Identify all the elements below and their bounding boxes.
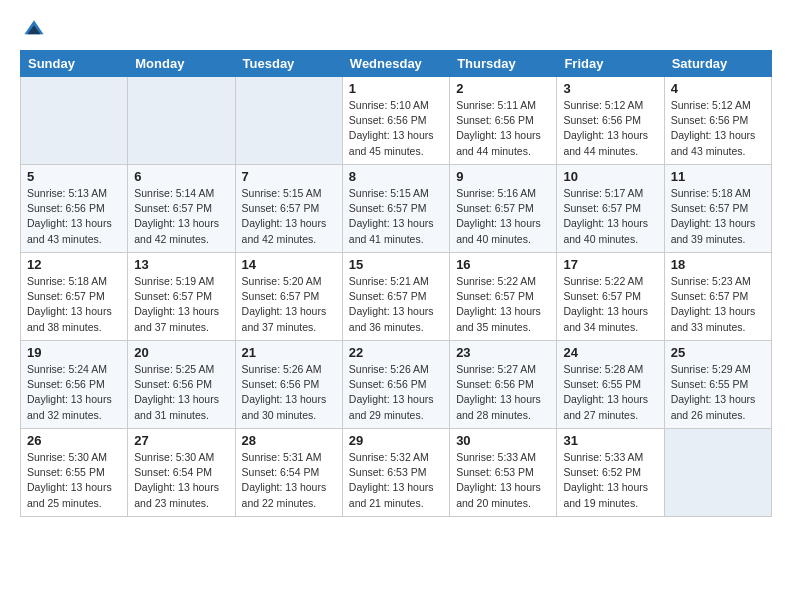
day-info: Sunrise: 5:33 AM Sunset: 6:53 PM Dayligh… [456,450,550,511]
day-info: Sunrise: 5:29 AM Sunset: 6:55 PM Dayligh… [671,362,765,423]
calendar-cell: 6Sunrise: 5:14 AM Sunset: 6:57 PM Daylig… [128,165,235,253]
day-number: 31 [563,433,657,448]
day-number: 28 [242,433,336,448]
day-number: 3 [563,81,657,96]
day-number: 8 [349,169,443,184]
calendar-cell: 31Sunrise: 5:33 AM Sunset: 6:52 PM Dayli… [557,429,664,517]
day-info: Sunrise: 5:24 AM Sunset: 6:56 PM Dayligh… [27,362,121,423]
day-info: Sunrise: 5:31 AM Sunset: 6:54 PM Dayligh… [242,450,336,511]
day-number: 9 [456,169,550,184]
calendar-cell: 9Sunrise: 5:16 AM Sunset: 6:57 PM Daylig… [450,165,557,253]
day-info: Sunrise: 5:10 AM Sunset: 6:56 PM Dayligh… [349,98,443,159]
calendar-cell: 7Sunrise: 5:15 AM Sunset: 6:57 PM Daylig… [235,165,342,253]
calendar-cell: 8Sunrise: 5:15 AM Sunset: 6:57 PM Daylig… [342,165,449,253]
weekday-header-monday: Monday [128,51,235,77]
calendar-cell: 3Sunrise: 5:12 AM Sunset: 6:56 PM Daylig… [557,77,664,165]
day-info: Sunrise: 5:27 AM Sunset: 6:56 PM Dayligh… [456,362,550,423]
day-info: Sunrise: 5:12 AM Sunset: 6:56 PM Dayligh… [671,98,765,159]
page: SundayMondayTuesdayWednesdayThursdayFrid… [0,0,792,527]
day-number: 2 [456,81,550,96]
day-number: 18 [671,257,765,272]
day-info: Sunrise: 5:19 AM Sunset: 6:57 PM Dayligh… [134,274,228,335]
calendar-cell: 15Sunrise: 5:21 AM Sunset: 6:57 PM Dayli… [342,253,449,341]
day-number: 29 [349,433,443,448]
calendar-cell: 1Sunrise: 5:10 AM Sunset: 6:56 PM Daylig… [342,77,449,165]
day-number: 6 [134,169,228,184]
day-info: Sunrise: 5:26 AM Sunset: 6:56 PM Dayligh… [349,362,443,423]
weekday-header-thursday: Thursday [450,51,557,77]
calendar-cell [664,429,771,517]
weekday-header-tuesday: Tuesday [235,51,342,77]
calendar-cell: 30Sunrise: 5:33 AM Sunset: 6:53 PM Dayli… [450,429,557,517]
calendar-cell: 12Sunrise: 5:18 AM Sunset: 6:57 PM Dayli… [21,253,128,341]
day-info: Sunrise: 5:15 AM Sunset: 6:57 PM Dayligh… [242,186,336,247]
day-number: 12 [27,257,121,272]
day-info: Sunrise: 5:22 AM Sunset: 6:57 PM Dayligh… [563,274,657,335]
calendar-cell: 14Sunrise: 5:20 AM Sunset: 6:57 PM Dayli… [235,253,342,341]
calendar-cell: 2Sunrise: 5:11 AM Sunset: 6:56 PM Daylig… [450,77,557,165]
day-number: 30 [456,433,550,448]
day-number: 15 [349,257,443,272]
day-info: Sunrise: 5:25 AM Sunset: 6:56 PM Dayligh… [134,362,228,423]
day-info: Sunrise: 5:16 AM Sunset: 6:57 PM Dayligh… [456,186,550,247]
calendar-cell: 20Sunrise: 5:25 AM Sunset: 6:56 PM Dayli… [128,341,235,429]
day-number: 23 [456,345,550,360]
day-info: Sunrise: 5:18 AM Sunset: 6:57 PM Dayligh… [27,274,121,335]
calendar: SundayMondayTuesdayWednesdayThursdayFrid… [20,50,772,517]
weekday-header-saturday: Saturday [664,51,771,77]
day-info: Sunrise: 5:12 AM Sunset: 6:56 PM Dayligh… [563,98,657,159]
week-row-3: 19Sunrise: 5:24 AM Sunset: 6:56 PM Dayli… [21,341,772,429]
day-number: 11 [671,169,765,184]
day-number: 26 [27,433,121,448]
calendar-cell: 10Sunrise: 5:17 AM Sunset: 6:57 PM Dayli… [557,165,664,253]
calendar-cell [21,77,128,165]
weekday-header-row: SundayMondayTuesdayWednesdayThursdayFrid… [21,51,772,77]
day-number: 5 [27,169,121,184]
day-number: 16 [456,257,550,272]
week-row-1: 5Sunrise: 5:13 AM Sunset: 6:56 PM Daylig… [21,165,772,253]
logo [20,18,45,40]
calendar-cell: 24Sunrise: 5:28 AM Sunset: 6:55 PM Dayli… [557,341,664,429]
day-info: Sunrise: 5:30 AM Sunset: 6:54 PM Dayligh… [134,450,228,511]
day-info: Sunrise: 5:11 AM Sunset: 6:56 PM Dayligh… [456,98,550,159]
calendar-cell: 25Sunrise: 5:29 AM Sunset: 6:55 PM Dayli… [664,341,771,429]
calendar-cell: 4Sunrise: 5:12 AM Sunset: 6:56 PM Daylig… [664,77,771,165]
day-info: Sunrise: 5:26 AM Sunset: 6:56 PM Dayligh… [242,362,336,423]
header [20,18,772,40]
calendar-cell: 13Sunrise: 5:19 AM Sunset: 6:57 PM Dayli… [128,253,235,341]
week-row-4: 26Sunrise: 5:30 AM Sunset: 6:55 PM Dayli… [21,429,772,517]
weekday-header-sunday: Sunday [21,51,128,77]
calendar-cell: 27Sunrise: 5:30 AM Sunset: 6:54 PM Dayli… [128,429,235,517]
calendar-cell [128,77,235,165]
day-info: Sunrise: 5:32 AM Sunset: 6:53 PM Dayligh… [349,450,443,511]
weekday-header-wednesday: Wednesday [342,51,449,77]
logo-icon [23,18,45,40]
day-info: Sunrise: 5:28 AM Sunset: 6:55 PM Dayligh… [563,362,657,423]
calendar-cell: 11Sunrise: 5:18 AM Sunset: 6:57 PM Dayli… [664,165,771,253]
calendar-cell: 29Sunrise: 5:32 AM Sunset: 6:53 PM Dayli… [342,429,449,517]
calendar-cell: 21Sunrise: 5:26 AM Sunset: 6:56 PM Dayli… [235,341,342,429]
calendar-cell: 5Sunrise: 5:13 AM Sunset: 6:56 PM Daylig… [21,165,128,253]
weekday-header-friday: Friday [557,51,664,77]
calendar-cell [235,77,342,165]
day-number: 20 [134,345,228,360]
day-number: 25 [671,345,765,360]
day-info: Sunrise: 5:14 AM Sunset: 6:57 PM Dayligh… [134,186,228,247]
calendar-cell: 22Sunrise: 5:26 AM Sunset: 6:56 PM Dayli… [342,341,449,429]
day-info: Sunrise: 5:20 AM Sunset: 6:57 PM Dayligh… [242,274,336,335]
day-number: 17 [563,257,657,272]
calendar-cell: 26Sunrise: 5:30 AM Sunset: 6:55 PM Dayli… [21,429,128,517]
day-number: 27 [134,433,228,448]
calendar-cell: 17Sunrise: 5:22 AM Sunset: 6:57 PM Dayli… [557,253,664,341]
day-number: 22 [349,345,443,360]
day-number: 21 [242,345,336,360]
day-number: 4 [671,81,765,96]
day-info: Sunrise: 5:23 AM Sunset: 6:57 PM Dayligh… [671,274,765,335]
day-info: Sunrise: 5:30 AM Sunset: 6:55 PM Dayligh… [27,450,121,511]
week-row-0: 1Sunrise: 5:10 AM Sunset: 6:56 PM Daylig… [21,77,772,165]
day-number: 7 [242,169,336,184]
day-number: 24 [563,345,657,360]
day-info: Sunrise: 5:22 AM Sunset: 6:57 PM Dayligh… [456,274,550,335]
day-number: 19 [27,345,121,360]
day-number: 14 [242,257,336,272]
